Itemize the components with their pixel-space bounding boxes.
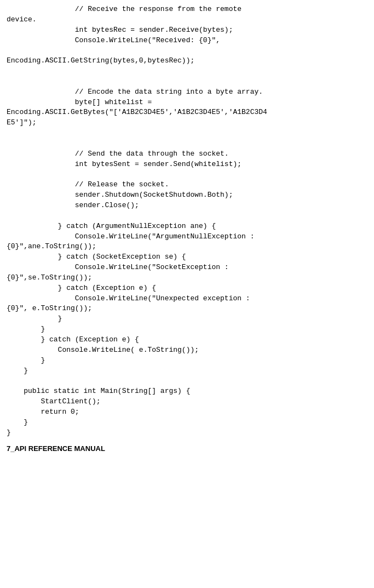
code-block: // Receive the response from the remote …	[0, 0, 374, 438]
page-container: // Receive the response from the remote …	[0, 0, 374, 588]
footer-label: 7_API REFERENCE MANUAL	[0, 438, 374, 459]
